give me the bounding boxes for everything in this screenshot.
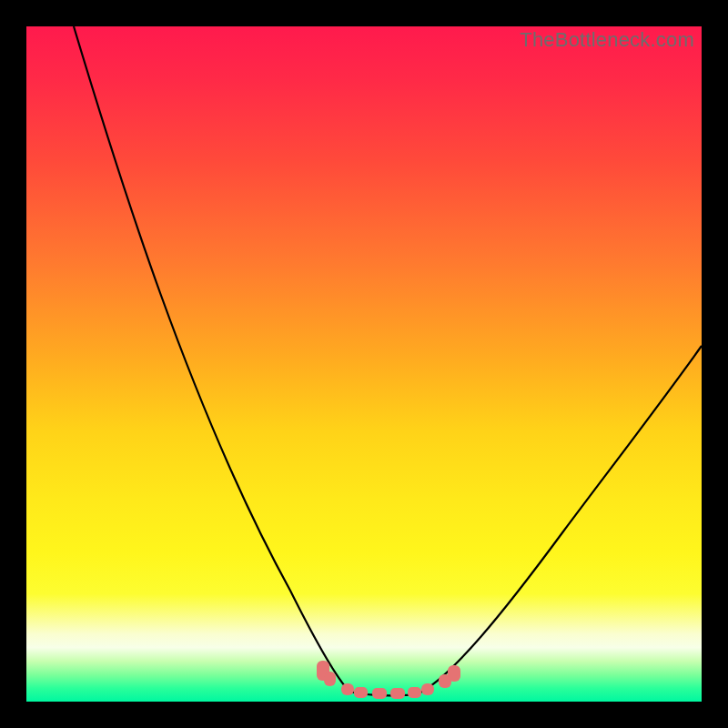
bottleneck-curve (26, 26, 702, 702)
bead-marker (448, 665, 460, 682)
bead-marker (341, 683, 354, 695)
bead-cluster (317, 661, 460, 699)
plot-area: TheBottleneck.com (26, 26, 702, 702)
bead-marker (408, 687, 421, 698)
curve-right-branch (422, 346, 702, 692)
bead-marker (421, 683, 434, 695)
bead-marker (354, 687, 368, 698)
bead-marker (372, 688, 387, 699)
curve-left-branch (74, 26, 349, 692)
bead-marker (390, 688, 405, 699)
bead-marker (324, 672, 336, 686)
